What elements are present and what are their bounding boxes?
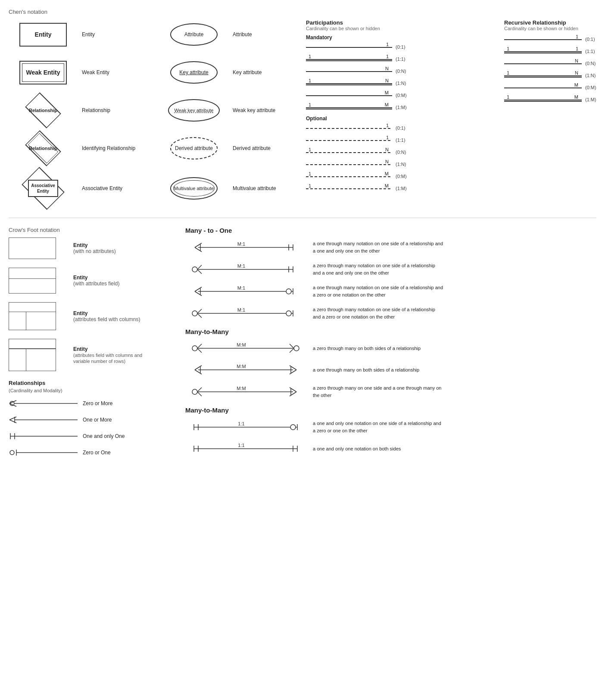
multivalue-shape-wrap: Multivalue attribute — [159, 177, 228, 200]
dashed-line — [306, 128, 392, 129]
mtm-desc-2: a zero through many on one side and a on… — [306, 384, 444, 399]
part-subtitle: Cardinality can be shown or hidden — [306, 26, 496, 31]
rel-one-and-only-one: One and only One — [9, 431, 172, 441]
rec-row-3: 1 N (1:N) — [504, 71, 605, 80]
multivalue-label: Multivalue attribute — [228, 185, 297, 191]
oto-row-1: 1:1 a one and only one notation on both … — [185, 442, 596, 456]
one-or-more-label: One or More — [78, 417, 112, 423]
rels-subtitle: (Cardinality and Modality) — [9, 388, 172, 393]
part-line-optional-1: 1 — [306, 136, 392, 144]
oto-title: Many-to-Many — [185, 406, 596, 414]
chen-weak-entity-row: Weak Entity Weak Entity — [9, 57, 151, 88]
entity-label: Entity — [78, 31, 147, 38]
svg-line-6 — [9, 417, 16, 420]
mto-desc-0: a one through many notation on one side … — [306, 240, 444, 254]
chen-derived-row: Derived attribute Derived attribute — [159, 133, 297, 163]
part-line-optional-0: 1 — [306, 124, 392, 132]
cf-entity-cols — [9, 302, 56, 330]
part-line-optional-2: 1 N — [306, 148, 392, 156]
key-attr-label: Key attribute — [228, 69, 297, 75]
diamond-label: Relationship — [29, 108, 57, 113]
identifying-diamond: Relationship — [19, 137, 67, 160]
cf-var-col-right — [26, 349, 56, 371]
solid-line — [306, 83, 392, 84]
svg-text:M:1: M:1 — [237, 241, 245, 247]
cf-col-left — [9, 312, 26, 330]
chens-title: Chen's notation — [9, 9, 596, 15]
part-line-optional-5: 1 M — [306, 184, 392, 193]
rec-line-5: 1 M — [504, 95, 582, 104]
svg-text:M:1: M:1 — [237, 307, 245, 312]
mtm-row-1: M:M a one through many on both sides of … — [185, 363, 596, 377]
chen-key-attr-row: Key attribute Key attribute — [159, 57, 297, 88]
mto-row-1: M:1 a zero through many notation on one … — [185, 262, 596, 276]
zero-or-one-svg — [9, 447, 78, 458]
solid-line — [306, 95, 392, 96]
rec-line-0: 1 — [504, 35, 582, 44]
svg-point-47 — [294, 346, 299, 351]
part-line-mandatory-5: 1 M — [306, 103, 392, 112]
rec-line-2: N — [504, 59, 582, 68]
svg-line-61 — [197, 392, 202, 396]
mto-diagram-0: M:1 — [185, 241, 306, 254]
mto-row-0: M:1 a one through many notation on one s… — [185, 240, 596, 254]
svg-text:M:1: M:1 — [237, 263, 245, 269]
svg-point-12 — [10, 450, 14, 455]
cf-entity-variable — [9, 339, 56, 371]
rel-one-or-more: One or More — [9, 415, 172, 425]
part-mandatory-4: M (0:M) — [306, 91, 496, 100]
assoc-entity-shape: AssociativeEntity — [15, 174, 71, 203]
svg-point-70 — [290, 425, 296, 430]
rel-line-one-only — [9, 431, 78, 441]
svg-text:M:M: M:M — [237, 364, 246, 369]
chens-attributes: Attribute Attribute Key attribute Key at… — [151, 19, 297, 213]
assoc-shape-wrap: AssociativeEntity — [9, 174, 78, 203]
cf-cols-top — [9, 303, 56, 312]
solid-line — [306, 71, 392, 72]
relationship-diamond: Relationship — [19, 99, 67, 122]
cf-entity-bottom — [9, 279, 56, 293]
mtm-desc-1: a one through many on both sides of a re… — [306, 366, 419, 374]
key-attr-shape: Key attribute — [170, 61, 218, 84]
attr-shape-wrap: Attribute — [159, 23, 228, 46]
cf-variable-label: Entity (attributes field with columns an… — [69, 346, 142, 364]
svg-point-36 — [192, 311, 197, 316]
rec-row-5: 1 M (1:M) — [504, 95, 605, 104]
optional-label: Optional — [306, 116, 496, 122]
crows-title: Crow's Foot notation — [9, 227, 172, 233]
rec-line-3: 1 N — [504, 71, 582, 80]
part-line-mandatory-2: N — [306, 67, 392, 75]
one-or-more-svg — [9, 415, 78, 425]
mto-diagram-3: M:1 — [185, 306, 306, 320]
recursive-subtitle: Cardinality can be shown or hidden — [504, 26, 605, 31]
zero-or-more-svg — [9, 398, 78, 409]
svg-line-48 — [290, 344, 294, 348]
cf-var-col-left — [9, 349, 26, 371]
part-line-mandatory-0: 1 — [306, 43, 392, 51]
relationship-shape-wrap: Relationship — [9, 99, 78, 122]
key-attr-shape-wrap: Key attribute — [159, 61, 228, 84]
part-optional-1: 1 (1:1) — [306, 135, 496, 145]
svg-line-60 — [197, 388, 202, 392]
part-line-optional-3: N — [306, 160, 392, 169]
solid-line — [306, 59, 392, 60]
crows-left: Crow's Foot notation Entity (with no att… — [9, 227, 172, 464]
svg-line-23 — [197, 265, 202, 269]
mtm-row-0: M:M a zero through many on both sides of… — [185, 341, 596, 355]
cf-cols-mid — [9, 312, 56, 330]
svg-line-38 — [197, 313, 202, 318]
identifying-shape-wrap: Relationship — [9, 137, 78, 160]
dashed-line — [306, 188, 392, 189]
dashed-line — [306, 152, 392, 153]
svg-point-43 — [192, 346, 197, 351]
attr-shape: Attribute — [170, 23, 218, 46]
chen-attr-row: Attribute Attribute — [159, 19, 297, 50]
recursive-title: Recursive Relationship — [504, 19, 605, 26]
part-header: Participations Cardinality can be shown … — [306, 19, 496, 31]
chen-relationship-row: Relationship Relationship — [9, 95, 151, 125]
svg-line-7 — [9, 420, 16, 423]
solid-line — [306, 107, 392, 108]
weak-key-shape: Weak key attribute — [168, 99, 220, 122]
weak-key-label: Weak key attribute — [228, 107, 297, 113]
assoc-label: AssociativeEntity — [31, 183, 55, 194]
